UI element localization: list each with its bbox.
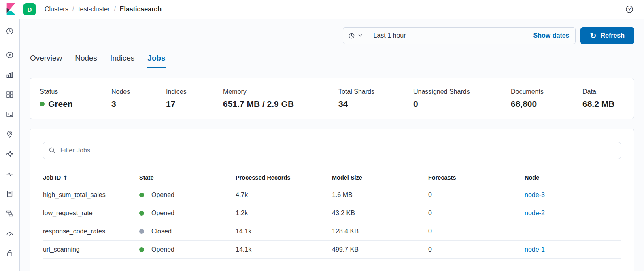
sidebar-item-machine-learning[interactable] xyxy=(3,148,16,161)
column-header-model-size[interactable]: Model Size xyxy=(332,174,428,186)
stat-documents: Documents 68,800 xyxy=(511,88,582,109)
state-dot xyxy=(139,229,144,234)
sidebar-item-recently-viewed[interactable] xyxy=(3,25,16,38)
apm-icon xyxy=(6,210,14,218)
node-link[interactable]: node-1 xyxy=(525,246,545,253)
space-badge[interactable]: D xyxy=(23,3,36,15)
logs-icon xyxy=(6,190,14,198)
refresh-button[interactable]: ↻ Refresh xyxy=(580,27,635,44)
processed-records-cell: 4.7k xyxy=(236,186,332,204)
uptime-icon xyxy=(6,170,14,178)
table-row: low_request_rate Opened 1.2k 43.2 KB 0 n… xyxy=(43,204,621,222)
time-range-value[interactable]: Last 1 hour xyxy=(368,28,528,44)
sort-ascending-icon: ↑ xyxy=(63,174,68,181)
tabs: Overview Nodes Indices Jobs xyxy=(30,52,634,68)
forecasts-cell: 0 xyxy=(428,241,525,259)
stat-total-shards: Total Shards 34 xyxy=(338,88,413,109)
sidebar-item-uptime[interactable] xyxy=(3,167,16,180)
sidebar-item-visualize[interactable] xyxy=(3,68,16,81)
state-dot xyxy=(139,247,144,252)
breadcrumb-separator: / xyxy=(114,6,115,13)
stat-value: 3 xyxy=(111,99,166,109)
stat-status: Status Green xyxy=(40,88,111,109)
stat-label: Status xyxy=(40,88,111,95)
clock-icon xyxy=(348,32,355,39)
breadcrumb-clusters[interactable]: Clusters xyxy=(45,6,68,13)
column-header-state[interactable]: State xyxy=(139,174,236,186)
sidebar xyxy=(0,19,20,271)
tab-nodes[interactable]: Nodes xyxy=(74,52,98,68)
breadcrumb: Clusters / test-cluster / Elasticsearch xyxy=(45,6,162,13)
stat-value: 68,800 xyxy=(511,99,582,109)
job-id-cell: low_request_rate xyxy=(43,204,139,222)
model-size-cell: 1.6 MB xyxy=(332,186,428,204)
kibana-logo[interactable] xyxy=(4,2,18,16)
state-cell: Closed xyxy=(139,228,232,235)
model-size-cell: 499.7 KB xyxy=(332,241,428,259)
filter-jobs-input[interactable] xyxy=(60,147,615,154)
processed-records-cell: 14.1k xyxy=(236,222,332,241)
job-id-cell: url_scanning xyxy=(43,241,139,259)
sidebar-item-apm[interactable] xyxy=(3,207,16,220)
stat-value: 34 xyxy=(338,99,413,109)
stat-unassigned-shards: Unassigned Shards 0 xyxy=(413,88,511,109)
chevron-down-icon xyxy=(358,33,363,38)
recently-viewed-icon xyxy=(6,27,14,35)
sidebar-item-dashboard[interactable] xyxy=(3,88,16,101)
processed-records-cell: 1.2k xyxy=(236,204,332,222)
help-icon[interactable]: ? xyxy=(623,3,636,16)
time-picker-menu-button[interactable] xyxy=(343,28,368,44)
sidebar-item-canvas[interactable] xyxy=(3,108,16,121)
table-row: url_scanning Opened 14.1k 499.7 KB 0 nod… xyxy=(43,241,621,259)
maps-icon xyxy=(6,130,14,138)
column-header-forecasts[interactable]: Forecasts xyxy=(428,174,525,186)
jobs-panel: Job ID↑ State Processed Records Model Si… xyxy=(30,129,634,271)
forecasts-cell: 0 xyxy=(428,204,525,222)
node-link[interactable]: node-3 xyxy=(525,191,545,198)
stat-value: Green xyxy=(40,99,111,109)
refresh-icon: ↻ xyxy=(590,32,597,40)
state-cell: Opened xyxy=(139,246,232,253)
tab-overview[interactable]: Overview xyxy=(30,52,62,68)
tab-indices[interactable]: Indices xyxy=(110,52,135,68)
breadcrumb-test-cluster[interactable]: test-cluster xyxy=(78,6,110,13)
stat-data: Data 68.2 MB xyxy=(582,88,624,109)
table-row: response_code_rates Closed 14.1k 128.4 K… xyxy=(43,222,621,241)
cluster-summary-panel: Status Green Nodes 3 Indices 17 Memory xyxy=(30,78,634,119)
table-row: high_sum_total_sales Opened 4.7k 1.6 MB … xyxy=(43,186,621,204)
stat-value: 17 xyxy=(166,99,223,109)
column-header-processed-records[interactable]: Processed Records xyxy=(236,174,332,186)
model-size-cell: 128.4 KB xyxy=(332,222,428,241)
stat-memory: Memory 651.7 MB / 2.9 GB xyxy=(223,88,338,109)
visualize-icon xyxy=(6,71,14,79)
stat-value: 651.7 MB / 2.9 GB xyxy=(223,99,338,109)
time-picker: Last 1 hour Show dates xyxy=(343,27,576,44)
breadcrumb-elasticsearch: Elasticsearch xyxy=(120,6,162,13)
state-cell: Opened xyxy=(139,191,232,199)
state-cell: Opened xyxy=(139,210,232,217)
machine-learning-icon xyxy=(6,150,14,158)
show-dates-button[interactable]: Show dates xyxy=(528,28,575,44)
tab-jobs[interactable]: Jobs xyxy=(147,52,166,68)
search-icon xyxy=(49,147,56,154)
jobs-table-header-row: Job ID↑ State Processed Records Model Si… xyxy=(43,174,621,186)
node-link[interactable]: node-2 xyxy=(525,210,545,216)
time-toolbar: Last 1 hour Show dates ↻ Refresh xyxy=(30,27,634,44)
sidebar-divider xyxy=(0,43,19,43)
status-dot xyxy=(40,102,45,106)
stat-label: Data xyxy=(582,88,624,95)
metrics-icon xyxy=(6,229,14,237)
stat-label: Indices xyxy=(166,88,223,95)
sidebar-item-metrics[interactable] xyxy=(3,227,16,240)
sidebar-item-discover[interactable] xyxy=(3,49,16,61)
column-header-job-id[interactable]: Job ID↑ xyxy=(43,174,139,186)
sidebar-item-logs[interactable] xyxy=(3,187,16,200)
jobs-table: Job ID↑ State Processed Records Model Si… xyxy=(43,174,621,259)
forecasts-cell: 0 xyxy=(428,186,525,204)
sidebar-item-security[interactable] xyxy=(3,247,16,260)
sidebar-item-maps[interactable] xyxy=(3,128,16,141)
breadcrumb-separator: / xyxy=(72,6,74,13)
column-header-node[interactable]: Node xyxy=(525,174,621,186)
filter-jobs-search xyxy=(43,142,621,159)
stat-nodes: Nodes 3 xyxy=(111,88,166,109)
